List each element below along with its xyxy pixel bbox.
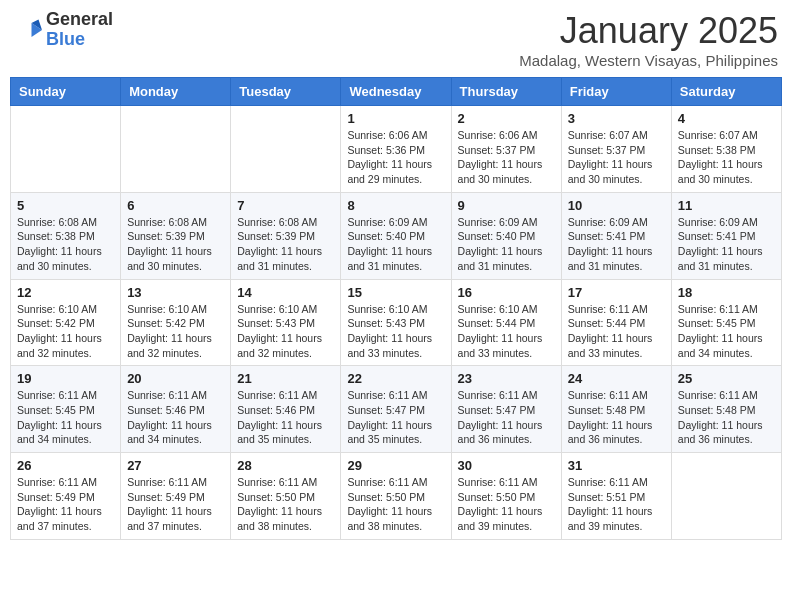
day-info: Sunrise: 6:11 AM Sunset: 5:44 PM Dayligh…	[568, 302, 665, 361]
calendar-cell: 23Sunrise: 6:11 AM Sunset: 5:47 PM Dayli…	[451, 366, 561, 453]
calendar-cell: 16Sunrise: 6:10 AM Sunset: 5:44 PM Dayli…	[451, 279, 561, 366]
col-monday: Monday	[121, 78, 231, 106]
day-info: Sunrise: 6:11 AM Sunset: 5:45 PM Dayligh…	[678, 302, 775, 361]
day-info: Sunrise: 6:11 AM Sunset: 5:45 PM Dayligh…	[17, 388, 114, 447]
calendar-cell: 30Sunrise: 6:11 AM Sunset: 5:50 PM Dayli…	[451, 453, 561, 540]
day-number: 11	[678, 198, 775, 213]
day-info: Sunrise: 6:06 AM Sunset: 5:37 PM Dayligh…	[458, 128, 555, 187]
calendar-cell: 24Sunrise: 6:11 AM Sunset: 5:48 PM Dayli…	[561, 366, 671, 453]
day-info: Sunrise: 6:09 AM Sunset: 5:40 PM Dayligh…	[458, 215, 555, 274]
day-info: Sunrise: 6:10 AM Sunset: 5:42 PM Dayligh…	[17, 302, 114, 361]
calendar-cell: 21Sunrise: 6:11 AM Sunset: 5:46 PM Dayli…	[231, 366, 341, 453]
day-info: Sunrise: 6:09 AM Sunset: 5:41 PM Dayligh…	[678, 215, 775, 274]
day-info: Sunrise: 6:11 AM Sunset: 5:46 PM Dayligh…	[237, 388, 334, 447]
calendar-cell	[121, 106, 231, 193]
day-info: Sunrise: 6:08 AM Sunset: 5:39 PM Dayligh…	[237, 215, 334, 274]
calendar-cell: 25Sunrise: 6:11 AM Sunset: 5:48 PM Dayli…	[671, 366, 781, 453]
day-info: Sunrise: 6:06 AM Sunset: 5:36 PM Dayligh…	[347, 128, 444, 187]
day-info: Sunrise: 6:07 AM Sunset: 5:38 PM Dayligh…	[678, 128, 775, 187]
calendar-cell: 11Sunrise: 6:09 AM Sunset: 5:41 PM Dayli…	[671, 192, 781, 279]
calendar-cell: 26Sunrise: 6:11 AM Sunset: 5:49 PM Dayli…	[11, 453, 121, 540]
day-number: 18	[678, 285, 775, 300]
calendar-cell: 6Sunrise: 6:08 AM Sunset: 5:39 PM Daylig…	[121, 192, 231, 279]
logo-blue: Blue	[46, 30, 113, 50]
calendar-week-5: 26Sunrise: 6:11 AM Sunset: 5:49 PM Dayli…	[11, 453, 782, 540]
calendar-week-3: 12Sunrise: 6:10 AM Sunset: 5:42 PM Dayli…	[11, 279, 782, 366]
day-number: 23	[458, 371, 555, 386]
day-number: 3	[568, 111, 665, 126]
day-number: 2	[458, 111, 555, 126]
day-info: Sunrise: 6:11 AM Sunset: 5:46 PM Dayligh…	[127, 388, 224, 447]
day-info: Sunrise: 6:07 AM Sunset: 5:37 PM Dayligh…	[568, 128, 665, 187]
calendar-cell: 22Sunrise: 6:11 AM Sunset: 5:47 PM Dayli…	[341, 366, 451, 453]
calendar-cell: 2Sunrise: 6:06 AM Sunset: 5:37 PM Daylig…	[451, 106, 561, 193]
day-info: Sunrise: 6:10 AM Sunset: 5:44 PM Dayligh…	[458, 302, 555, 361]
day-info: Sunrise: 6:10 AM Sunset: 5:43 PM Dayligh…	[347, 302, 444, 361]
calendar-cell	[671, 453, 781, 540]
logo: General Blue	[14, 10, 113, 50]
page-header: General Blue January 2025 Madalag, Weste…	[10, 10, 782, 69]
day-info: Sunrise: 6:08 AM Sunset: 5:38 PM Dayligh…	[17, 215, 114, 274]
day-number: 22	[347, 371, 444, 386]
logo-general: General	[46, 10, 113, 30]
calendar-header-row: Sunday Monday Tuesday Wednesday Thursday…	[11, 78, 782, 106]
calendar-cell: 13Sunrise: 6:10 AM Sunset: 5:42 PM Dayli…	[121, 279, 231, 366]
day-number: 19	[17, 371, 114, 386]
calendar-week-2: 5Sunrise: 6:08 AM Sunset: 5:38 PM Daylig…	[11, 192, 782, 279]
col-sunday: Sunday	[11, 78, 121, 106]
col-thursday: Thursday	[451, 78, 561, 106]
col-tuesday: Tuesday	[231, 78, 341, 106]
day-info: Sunrise: 6:11 AM Sunset: 5:47 PM Dayligh…	[347, 388, 444, 447]
day-info: Sunrise: 6:11 AM Sunset: 5:48 PM Dayligh…	[568, 388, 665, 447]
day-info: Sunrise: 6:08 AM Sunset: 5:39 PM Dayligh…	[127, 215, 224, 274]
day-number: 15	[347, 285, 444, 300]
calendar-week-4: 19Sunrise: 6:11 AM Sunset: 5:45 PM Dayli…	[11, 366, 782, 453]
calendar-table: Sunday Monday Tuesday Wednesday Thursday…	[10, 77, 782, 540]
day-number: 31	[568, 458, 665, 473]
day-number: 8	[347, 198, 444, 213]
day-info: Sunrise: 6:11 AM Sunset: 5:51 PM Dayligh…	[568, 475, 665, 534]
day-number: 25	[678, 371, 775, 386]
day-info: Sunrise: 6:11 AM Sunset: 5:49 PM Dayligh…	[127, 475, 224, 534]
day-info: Sunrise: 6:11 AM Sunset: 5:50 PM Dayligh…	[347, 475, 444, 534]
calendar-cell: 10Sunrise: 6:09 AM Sunset: 5:41 PM Dayli…	[561, 192, 671, 279]
calendar-cell: 4Sunrise: 6:07 AM Sunset: 5:38 PM Daylig…	[671, 106, 781, 193]
calendar-cell: 9Sunrise: 6:09 AM Sunset: 5:40 PM Daylig…	[451, 192, 561, 279]
day-info: Sunrise: 6:11 AM Sunset: 5:47 PM Dayligh…	[458, 388, 555, 447]
calendar-cell: 14Sunrise: 6:10 AM Sunset: 5:43 PM Dayli…	[231, 279, 341, 366]
calendar-cell: 17Sunrise: 6:11 AM Sunset: 5:44 PM Dayli…	[561, 279, 671, 366]
day-info: Sunrise: 6:09 AM Sunset: 5:40 PM Dayligh…	[347, 215, 444, 274]
day-number: 7	[237, 198, 334, 213]
day-number: 10	[568, 198, 665, 213]
logo-icon	[14, 16, 42, 44]
col-friday: Friday	[561, 78, 671, 106]
calendar-cell	[11, 106, 121, 193]
day-info: Sunrise: 6:11 AM Sunset: 5:48 PM Dayligh…	[678, 388, 775, 447]
calendar-cell: 27Sunrise: 6:11 AM Sunset: 5:49 PM Dayli…	[121, 453, 231, 540]
day-number: 21	[237, 371, 334, 386]
day-number: 9	[458, 198, 555, 213]
calendar-cell: 12Sunrise: 6:10 AM Sunset: 5:42 PM Dayli…	[11, 279, 121, 366]
calendar-cell: 1Sunrise: 6:06 AM Sunset: 5:36 PM Daylig…	[341, 106, 451, 193]
calendar-week-1: 1Sunrise: 6:06 AM Sunset: 5:36 PM Daylig…	[11, 106, 782, 193]
calendar-cell: 19Sunrise: 6:11 AM Sunset: 5:45 PM Dayli…	[11, 366, 121, 453]
logo-text: General Blue	[46, 10, 113, 50]
day-number: 30	[458, 458, 555, 473]
calendar-cell: 3Sunrise: 6:07 AM Sunset: 5:37 PM Daylig…	[561, 106, 671, 193]
day-number: 4	[678, 111, 775, 126]
day-info: Sunrise: 6:10 AM Sunset: 5:42 PM Dayligh…	[127, 302, 224, 361]
calendar-cell: 28Sunrise: 6:11 AM Sunset: 5:50 PM Dayli…	[231, 453, 341, 540]
calendar-cell: 29Sunrise: 6:11 AM Sunset: 5:50 PM Dayli…	[341, 453, 451, 540]
calendar-cell: 15Sunrise: 6:10 AM Sunset: 5:43 PM Dayli…	[341, 279, 451, 366]
calendar-cell: 31Sunrise: 6:11 AM Sunset: 5:51 PM Dayli…	[561, 453, 671, 540]
day-number: 24	[568, 371, 665, 386]
day-number: 27	[127, 458, 224, 473]
title-block: January 2025 Madalag, Western Visayas, P…	[519, 10, 778, 69]
calendar-cell: 20Sunrise: 6:11 AM Sunset: 5:46 PM Dayli…	[121, 366, 231, 453]
calendar-cell: 5Sunrise: 6:08 AM Sunset: 5:38 PM Daylig…	[11, 192, 121, 279]
day-info: Sunrise: 6:11 AM Sunset: 5:49 PM Dayligh…	[17, 475, 114, 534]
col-saturday: Saturday	[671, 78, 781, 106]
day-number: 17	[568, 285, 665, 300]
day-number: 12	[17, 285, 114, 300]
day-number: 20	[127, 371, 224, 386]
